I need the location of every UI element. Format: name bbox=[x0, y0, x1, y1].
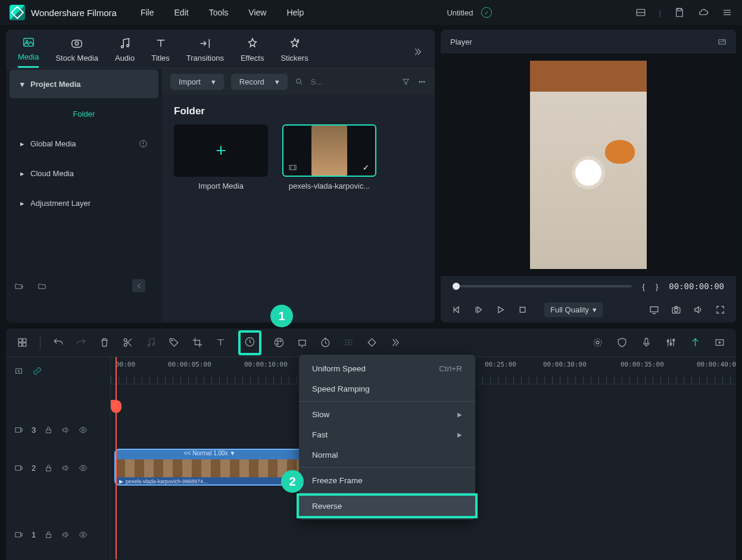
ctx-normal[interactable]: Normal bbox=[299, 445, 475, 465]
menu-edit[interactable]: Edit bbox=[174, 8, 189, 17]
svg-rect-34 bbox=[18, 343, 22, 346]
lock-icon[interactable] bbox=[44, 464, 53, 473]
track-1-lane[interactable] bbox=[111, 518, 736, 551]
import-media-tile[interactable]: + Import Media bbox=[174, 124, 268, 190]
collapse-sidebar-icon[interactable] bbox=[132, 279, 145, 292]
sidebar-cloud-media[interactable]: ▸Cloud Media bbox=[10, 159, 158, 187]
display-icon[interactable] bbox=[649, 305, 659, 315]
menu-file[interactable]: File bbox=[141, 8, 154, 17]
preview-viewport[interactable] bbox=[441, 54, 736, 276]
sidebar-folder[interactable]: Folder bbox=[10, 99, 158, 128]
undo-icon[interactable] bbox=[52, 337, 64, 348]
lock-icon[interactable] bbox=[44, 426, 53, 434]
ctx-freeze-frame[interactable]: Freeze Frame bbox=[299, 470, 475, 490]
track-2-header[interactable]: 2 bbox=[6, 446, 110, 489]
in-bracket[interactable]: { bbox=[643, 282, 645, 291]
out-bracket[interactable]: } bbox=[656, 282, 658, 291]
scrub-handle[interactable] bbox=[453, 283, 460, 290]
search-input[interactable]: S... bbox=[311, 77, 323, 86]
crop-icon[interactable] bbox=[192, 337, 203, 348]
eye-icon[interactable] bbox=[79, 464, 88, 473]
prev-frame-icon[interactable] bbox=[451, 305, 462, 315]
mute-icon[interactable] bbox=[61, 464, 70, 473]
tab-transitions[interactable]: Transitions bbox=[186, 37, 224, 67]
save-icon[interactable] bbox=[674, 7, 685, 18]
eye-icon[interactable] bbox=[79, 426, 88, 434]
volume-icon[interactable] bbox=[693, 305, 703, 315]
svg-point-39 bbox=[152, 343, 154, 345]
expand-tabs-icon[interactable] bbox=[412, 46, 423, 57]
more-icon[interactable] bbox=[417, 77, 426, 86]
timer-icon[interactable] bbox=[320, 337, 331, 348]
svg-point-49 bbox=[596, 341, 599, 344]
sidebar-adjustment-layer[interactable]: ▸Adjustment Layer bbox=[10, 189, 158, 217]
menu-tools[interactable]: Tools bbox=[209, 8, 229, 17]
eye-icon[interactable] bbox=[79, 530, 88, 539]
lock-icon[interactable] bbox=[44, 530, 53, 539]
mic-icon[interactable] bbox=[641, 337, 652, 348]
new-folder-icon[interactable] bbox=[14, 281, 23, 290]
ctx-reverse[interactable]: Reverse bbox=[299, 496, 475, 516]
mute-icon[interactable] bbox=[61, 426, 70, 434]
sidebar-project-media[interactable]: ▾Project Media bbox=[10, 70, 158, 98]
folder-icon[interactable] bbox=[38, 281, 46, 290]
search-icon[interactable] bbox=[295, 77, 304, 86]
scope-icon[interactable] bbox=[718, 37, 727, 46]
color-icon[interactable] bbox=[273, 337, 285, 348]
mute-icon[interactable] bbox=[61, 530, 70, 539]
media-clip-tile[interactable]: ✓ pexels-vlada-karpovic... bbox=[282, 124, 376, 190]
tab-audio[interactable]: Audio bbox=[115, 37, 135, 67]
filter-icon[interactable] bbox=[401, 77, 410, 86]
quality-dropdown[interactable]: Full Quality▾ bbox=[544, 302, 603, 317]
record-dropdown[interactable]: Record▾ bbox=[231, 74, 288, 90]
speed-icon[interactable] bbox=[244, 336, 255, 348]
transform-icon[interactable] bbox=[297, 337, 308, 348]
cloud-icon[interactable] bbox=[698, 7, 709, 18]
svg-point-45 bbox=[277, 343, 278, 345]
link-icon[interactable] bbox=[33, 367, 42, 376]
play-icon[interactable] bbox=[495, 305, 506, 315]
ctx-uniform-speed[interactable]: Uniform SpeedCtrl+R bbox=[299, 358, 475, 378]
add-track-icon[interactable] bbox=[14, 367, 23, 376]
hamburger-icon[interactable] bbox=[722, 7, 732, 18]
add-marker-icon[interactable] bbox=[714, 337, 725, 348]
music-icon[interactable] bbox=[145, 337, 157, 348]
shield-icon[interactable] bbox=[616, 337, 628, 348]
redo-icon[interactable] bbox=[76, 337, 87, 348]
ctx-fast[interactable]: Fast▶ bbox=[299, 424, 475, 445]
menu-help[interactable]: Help bbox=[286, 8, 304, 17]
ctx-speed-ramping[interactable]: Speed Ramping bbox=[299, 378, 475, 399]
render-icon[interactable] bbox=[592, 337, 603, 348]
mixer-icon[interactable] bbox=[665, 337, 676, 348]
tab-titles[interactable]: Titles bbox=[151, 37, 170, 67]
keyframe-icon[interactable] bbox=[366, 337, 378, 348]
layout-icon[interactable] bbox=[635, 7, 646, 18]
import-dropdown[interactable]: Import▾ bbox=[170, 74, 224, 90]
clip-speed-label[interactable]: << Normal 1.00x ▼ bbox=[116, 450, 304, 459]
grid-icon[interactable] bbox=[17, 337, 28, 348]
text-icon[interactable] bbox=[215, 337, 226, 348]
more-tools-icon[interactable] bbox=[389, 337, 401, 348]
snapshot-icon[interactable] bbox=[671, 305, 681, 315]
video-clip[interactable]: << Normal 1.00x ▼ ▶pexels-vlada-karpovic… bbox=[114, 449, 305, 486]
track-3-header[interactable]: 3 bbox=[6, 413, 110, 446]
playhead[interactable] bbox=[116, 357, 117, 559]
sidebar-global-media[interactable]: ▸Global Media bbox=[10, 129, 158, 158]
tab-media[interactable]: Media bbox=[18, 36, 39, 68]
marker-accent-icon[interactable] bbox=[690, 337, 701, 348]
tab-stickers[interactable]: Stickers bbox=[280, 37, 308, 67]
tab-stock-media[interactable]: Stock Media bbox=[55, 37, 98, 67]
ctx-slow[interactable]: Slow▶ bbox=[299, 404, 475, 424]
split-icon[interactable] bbox=[122, 337, 133, 348]
tag-icon[interactable] bbox=[169, 337, 180, 348]
play-back-icon[interactable] bbox=[473, 305, 484, 315]
track-icon[interactable] bbox=[343, 337, 354, 348]
delete-icon[interactable] bbox=[99, 337, 110, 348]
menu-view[interactable]: View bbox=[248, 8, 266, 17]
scrub-bar[interactable] bbox=[453, 285, 632, 287]
track-1-header[interactable]: 1 bbox=[6, 518, 110, 551]
tab-effects[interactable]: Effects bbox=[241, 37, 264, 67]
stop-icon[interactable] bbox=[517, 305, 528, 315]
fullscreen-icon[interactable] bbox=[715, 305, 725, 315]
project-name: Untitled bbox=[447, 8, 473, 17]
